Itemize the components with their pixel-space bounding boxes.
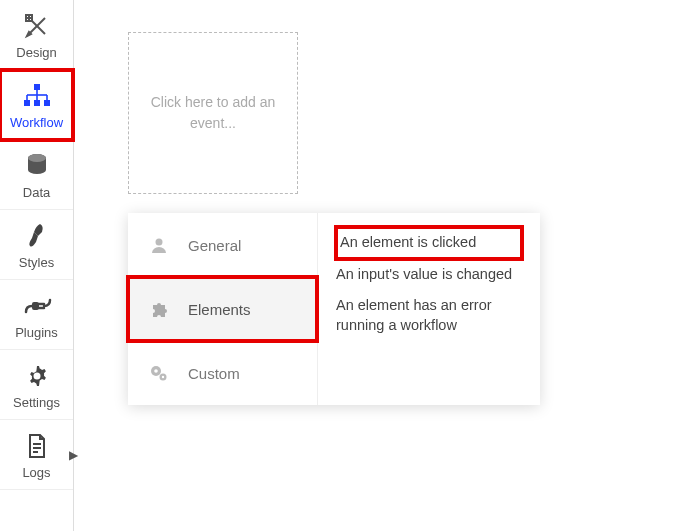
document-icon <box>21 430 53 462</box>
sidebar-item-label: Logs <box>22 465 50 480</box>
sidebar-item-label: Settings <box>13 395 60 410</box>
option-label: An input's value is changed <box>336 266 512 282</box>
sidebar-item-plugins[interactable]: Plugins <box>0 280 73 350</box>
sidebar-item-label: Data <box>23 185 50 200</box>
sidebar-item-styles[interactable]: Styles <box>0 210 73 280</box>
svg-point-25 <box>154 369 158 373</box>
svg-rect-8 <box>44 100 50 106</box>
database-icon <box>21 150 53 182</box>
svg-rect-5 <box>34 84 40 90</box>
add-event-text: Click here to add an event... <box>139 92 287 134</box>
sidebar-item-workflow[interactable]: Workflow <box>0 70 73 140</box>
sidebar: Design Workflow <box>0 0 74 531</box>
option-element-error[interactable]: An element has an error running a workfl… <box>336 290 522 341</box>
option-label: An element is clicked <box>340 234 476 250</box>
plug-icon <box>21 290 53 322</box>
user-icon <box>148 234 170 256</box>
event-type-menu: General Elements Custom An element is c <box>128 213 540 405</box>
sidebar-item-label: Design <box>16 45 56 60</box>
svg-point-27 <box>162 376 164 378</box>
design-icon <box>21 10 53 42</box>
category-label: Elements <box>188 301 251 318</box>
svg-rect-16 <box>32 302 39 310</box>
sidebar-item-label: Plugins <box>15 325 58 340</box>
svg-rect-7 <box>34 100 40 106</box>
category-label: General <box>188 237 241 254</box>
sidebar-item-settings[interactable]: Settings <box>0 350 73 420</box>
sidebar-item-logs[interactable]: Logs ▶ <box>0 420 73 490</box>
category-custom[interactable]: Custom <box>128 341 317 405</box>
add-event-placeholder[interactable]: Click here to add an event... <box>128 32 298 194</box>
chevron-right-icon[interactable]: ▶ <box>69 448 78 462</box>
option-element-clicked[interactable]: An element is clicked <box>336 227 522 259</box>
svg-point-19 <box>33 372 40 379</box>
option-label: An element has an error running a workfl… <box>336 297 492 333</box>
menu-options: An element is clicked An input's value i… <box>318 213 540 405</box>
category-elements[interactable]: Elements <box>128 277 317 341</box>
sidebar-item-design[interactable]: Design <box>0 0 73 70</box>
option-input-changed[interactable]: An input's value is changed <box>336 259 522 291</box>
sidebar-item-label: Workflow <box>10 115 63 130</box>
gear-icon <box>21 360 53 392</box>
category-label: Custom <box>188 365 240 382</box>
sidebar-item-data[interactable]: Data <box>0 140 73 210</box>
svg-point-23 <box>156 239 163 246</box>
category-general[interactable]: General <box>128 213 317 277</box>
gears-icon <box>148 362 170 384</box>
menu-categories: General Elements Custom <box>128 213 318 405</box>
workflow-icon <box>21 80 53 112</box>
svg-point-15 <box>28 154 46 162</box>
sidebar-item-label: Styles <box>19 255 54 270</box>
puzzle-icon <box>148 298 170 320</box>
svg-rect-6 <box>24 100 30 106</box>
paintbrush-icon <box>21 220 53 252</box>
